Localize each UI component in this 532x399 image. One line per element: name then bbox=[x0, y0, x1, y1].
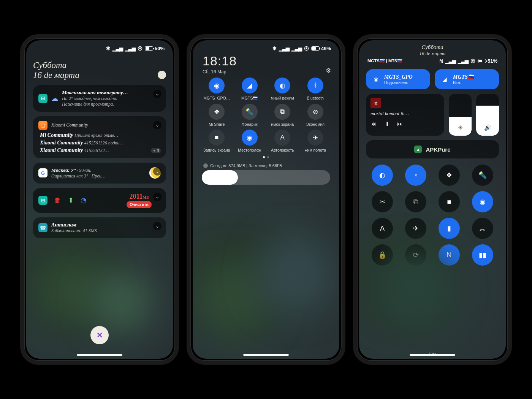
date-line2: 16 de марта bbox=[359, 51, 506, 57]
home-indicator[interactable] bbox=[410, 354, 455, 356]
dark-mode-icon: ◐ bbox=[274, 78, 290, 93]
battery-text: 51% bbox=[488, 58, 497, 64]
qs-tile[interactable]: ᚼBluetooth bbox=[301, 78, 331, 101]
wifi-status-icon: ⦿ bbox=[138, 46, 142, 51]
media-card[interactable]: ☣ mortal kombat th… ⏮ ⏸ ⏭ bbox=[366, 94, 444, 136]
date-day: Суббота bbox=[33, 60, 79, 70]
sim-tile[interactable]: ◢ MGTS🇷🇺Вкл. bbox=[435, 69, 499, 89]
wifi-icon: ◉ bbox=[209, 78, 225, 93]
signal-icon: ▁▃▅ bbox=[279, 46, 289, 51]
flashlight-icon[interactable]: 🔦 bbox=[472, 165, 493, 186]
wifi-sub: Подключено bbox=[384, 80, 413, 85]
screen-record-icon: ■ bbox=[209, 130, 225, 146]
scissors-icon[interactable]: ✂ bbox=[372, 191, 393, 212]
brightness-slider[interactable] bbox=[202, 170, 330, 185]
prev-icon[interactable]: ⏮ bbox=[370, 120, 376, 127]
airplane-icon[interactable]: ✈ bbox=[405, 218, 426, 239]
volume-icon: 🔊 bbox=[484, 124, 491, 131]
chevron-down-icon[interactable]: ⌄ bbox=[153, 167, 162, 176]
next-icon[interactable]: ⏭ bbox=[397, 120, 403, 127]
community-row-text: 4152561326 подпи… bbox=[84, 140, 124, 146]
chevron-down-icon[interactable]: ⌄ bbox=[153, 90, 162, 98]
signal-icon: ◢ bbox=[242, 78, 258, 93]
bluetooth-icon: ᚼ bbox=[307, 78, 323, 93]
weather-card[interactable]: ⌄ ⊞ ☁ Максимальная температу… На 2° холо… bbox=[33, 85, 166, 112]
rocket-icon[interactable]: ⬆ bbox=[68, 196, 74, 204]
google-card[interactable]: ⌄ G Москва: 7° · 9 мин. Ощущается как 3°… bbox=[33, 163, 166, 184]
qs-label: имок экрана bbox=[271, 122, 294, 127]
wifi-icon: ◉ bbox=[371, 75, 380, 84]
screenshot-icon[interactable]: ⧉ bbox=[405, 191, 426, 212]
chart-icon[interactable]: ◔ bbox=[81, 196, 87, 204]
battery-saver-icon: ⊘ bbox=[307, 104, 323, 120]
location-icon: ◉ bbox=[242, 130, 258, 146]
chevron-down-icon[interactable]: ⌄ bbox=[153, 121, 162, 129]
qs-tile[interactable]: ◢MGTS🇷🇺 bbox=[235, 78, 265, 101]
memory-value: 2011 bbox=[130, 193, 143, 200]
up-icon[interactable]: ︽ bbox=[472, 218, 493, 239]
files-icon[interactable]: ▮ bbox=[439, 218, 460, 239]
brightness-vertical-slider[interactable]: ☀ bbox=[449, 94, 472, 136]
qs-tile[interactable]: ◉MGTS_GPO… bbox=[202, 78, 232, 101]
screen-record-icon[interactable]: ■ bbox=[439, 191, 460, 212]
battery-indicator: 51% bbox=[478, 58, 497, 64]
dark-mode-icon[interactable]: ◐ bbox=[372, 165, 393, 186]
qs-label: Mi Share bbox=[209, 122, 225, 127]
clean-button[interactable]: Очистить bbox=[127, 201, 152, 208]
qs-label: мный режим bbox=[271, 96, 294, 100]
wifi-tile[interactable]: ◉ MGTS_GPOПодключено bbox=[366, 69, 430, 89]
qs-label: MGTS🇷🇺 bbox=[241, 96, 258, 101]
pause-icon[interactable]: ⏸ bbox=[384, 120, 390, 127]
wifi-status-icon: ⦿ bbox=[470, 58, 475, 64]
qs-label: Местополож bbox=[238, 148, 261, 152]
qs-tile[interactable]: AАвтояркость bbox=[268, 130, 298, 152]
gear-icon[interactable]: ⚙ bbox=[326, 67, 331, 74]
album-art: ☣ bbox=[370, 98, 381, 108]
community-row-title: Mi Community bbox=[40, 132, 73, 138]
more-count-badge: + 6 bbox=[151, 148, 161, 153]
antispam-card[interactable]: ⌄ ☎ Антиспам Заблокировано: 41 SMS bbox=[33, 217, 166, 238]
date-day: Суббота bbox=[359, 44, 506, 51]
signal-icon-2: ▁▃▅ bbox=[125, 46, 135, 51]
weather-title: Максимальная температу… bbox=[62, 90, 161, 96]
home-indicator[interactable] bbox=[77, 354, 122, 356]
qs-label: Экономия bbox=[306, 122, 325, 127]
cleaner-app-icon: ⊞ bbox=[38, 196, 48, 205]
status-bar: ✱ ▁▃▅ ▁▃▅ ⦿ 49% bbox=[193, 40, 339, 52]
qs-tile[interactable]: ◐мный режим bbox=[268, 78, 298, 101]
qs-tile[interactable]: 🔦Фонарик bbox=[235, 104, 265, 127]
apkpure-card[interactable]: ▲ APKPure bbox=[366, 140, 499, 158]
apkpure-icon: ▲ bbox=[414, 146, 422, 153]
mishare-icon: ❖ bbox=[209, 104, 225, 120]
signal-icon-2: ▁▃▅ bbox=[458, 58, 468, 64]
community-card[interactable]: ⌄ ▢ Xiaomi Community Mi Community Пришло… bbox=[33, 116, 166, 158]
mishare-icon[interactable]: ❖ bbox=[439, 165, 460, 186]
qs-tile[interactable]: ✈жим полета bbox=[301, 130, 331, 152]
chevron-down-icon[interactable]: ⌄ bbox=[153, 193, 162, 201]
qs-tile[interactable]: ⧉имок экрана bbox=[268, 104, 298, 127]
cleaner-card[interactable]: ⌄ ⊞ 🗑 ⬆ ◔ 2011МВ Очистить bbox=[33, 188, 166, 213]
wifi-status-icon: ⦿ bbox=[304, 46, 309, 51]
clear-all-button[interactable]: ✕ bbox=[90, 326, 109, 344]
qs-tile[interactable]: ◉Местополож bbox=[235, 130, 265, 152]
community-row-text: 415256132… bbox=[84, 148, 109, 153]
track-title: mortal kombat th… bbox=[370, 111, 440, 117]
clock: 18:18 bbox=[203, 54, 329, 68]
google-head: Москва: 7° bbox=[51, 167, 76, 173]
chevron-down-icon[interactable]: ⌄ bbox=[153, 222, 162, 230]
home-indicator[interactable] bbox=[243, 354, 289, 356]
qs-tile[interactable]: ⊘Экономия bbox=[301, 104, 331, 127]
qs-tile[interactable]: ❖Mi Share bbox=[202, 104, 232, 127]
split-icon[interactable]: ▮▮ bbox=[472, 244, 493, 266]
auto-brightness-icon[interactable]: A bbox=[372, 218, 393, 239]
qs-tile[interactable]: ■Запись экрана bbox=[202, 130, 232, 152]
signal-icon: ◢ bbox=[440, 75, 449, 84]
trash-icon[interactable]: 🗑 bbox=[54, 196, 61, 204]
qs-label: MGTS_GPO… bbox=[203, 96, 230, 100]
qs-label: жим полета bbox=[305, 148, 326, 152]
google-age: 9 мин. bbox=[79, 168, 91, 173]
volume-vertical-slider[interactable]: 🔊 bbox=[476, 94, 499, 136]
bluetooth-status-icon: ✱ bbox=[272, 46, 277, 51]
bluetooth-icon[interactable]: ᚼ bbox=[405, 165, 426, 186]
location-icon[interactable]: ◉ bbox=[472, 191, 493, 212]
